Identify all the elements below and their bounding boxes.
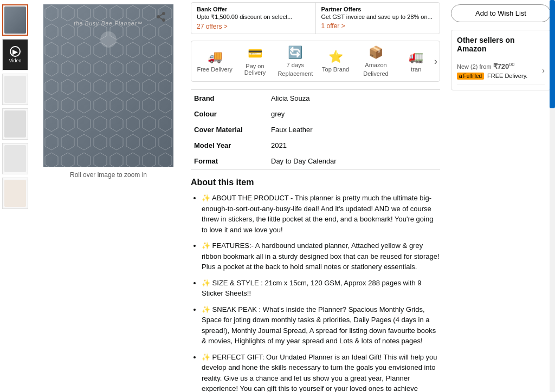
detail-value-format: Day to Day Calendar (269, 154, 439, 168)
truck-icon: 🚚 (208, 50, 222, 64)
other-sellers-title: Other sellers on Amazon (457, 36, 545, 53)
ship-amazon-delivered: 📦 Amazon Delivered (356, 45, 396, 77)
detail-value-brand: Alicia Souza (269, 91, 439, 106)
seller-arrow-icon: › (542, 66, 545, 75)
offer-1-link[interactable]: 27 offers > (197, 23, 310, 30)
detail-row-brand: Brand Alicia Souza (192, 91, 439, 106)
detail-row-colour: Colour grey (192, 107, 439, 121)
detail-row-format: Format Day to Day Calendar (192, 154, 439, 168)
thumbnail-4[interactable] (2, 143, 28, 174)
amazon-label: Amazon (365, 62, 386, 68)
ship-pay-on-delivery: 💳 Pay on Delivery (235, 47, 275, 76)
thumbnail-1[interactable] (2, 4, 28, 36)
offer-1-desc: Upto ₹1,500.00 discount on select... (197, 14, 310, 21)
detail-row-year: Model Year 2021 (192, 138, 439, 153)
seller-condition: New (2) from ₹72000 (457, 62, 527, 70)
thumbnail-2[interactable] (2, 74, 28, 105)
detail-value-year: 2021 (269, 138, 439, 153)
detail-label-cover: Cover Material (192, 122, 268, 137)
detail-label-year: Model Year (192, 138, 268, 153)
thumbnail-rail: ▶ Video (0, 0, 33, 392)
free-delivery-label: Free Delivery (197, 66, 232, 73)
amazon-a-icon: a (459, 73, 462, 79)
scrollbar-track (550, 0, 555, 392)
detail-label-format: Format (192, 154, 268, 168)
amazon-delivered-icon: 📦 (369, 45, 383, 60)
detail-value-cover: Faux Leather (269, 122, 439, 137)
scrollbar-thumb[interactable] (550, 0, 555, 108)
detail-label-brand: Brand (192, 91, 268, 106)
card-icon: 💳 (248, 47, 262, 61)
detail-label-colour: Colour (192, 107, 268, 121)
wish-list-button[interactable]: Add to Wish List (451, 4, 551, 22)
about-section: About this item ✨ ABOUT THE PRODUCT - Th… (191, 178, 440, 392)
offer-2-title: Partner Offers (321, 6, 435, 12)
middle-content: Bank Offer Upto ₹1,500.00 discount on se… (184, 0, 447, 392)
offer-1-title: Bank Offer (197, 6, 310, 12)
shipping-next-button[interactable]: › (434, 56, 437, 67)
replacement-sublabel: Replacement (278, 70, 313, 77)
about-item-2: ✨ FEATURES:- A hardbound undated planner… (202, 240, 440, 272)
offer-2-link[interactable]: 1 offer > (321, 22, 435, 30)
thumbnail-video[interactable]: ▶ Video (2, 39, 28, 70)
fulfilled-label: Fulfilled (463, 73, 482, 79)
svg-rect-1 (43, 4, 173, 167)
about-list: ✨ ABOUT THE PRODUCT - This planner is pr… (191, 193, 440, 392)
seller-info-1: New (2) from ₹72000 a Fulfilled FREE Del… (457, 62, 527, 80)
ship-tran: 🚛 tran (396, 50, 436, 73)
detail-value-colour: grey (269, 107, 439, 121)
replacement-icon: 🔄 (288, 45, 302, 60)
other-sellers-box: Other sellers on Amazon New (2) from ₹72… (451, 30, 551, 90)
seller-price: ₹720 (493, 62, 509, 70)
seller-price-sup: 00 (509, 62, 514, 67)
ship-top-brand: ⭐ Top Brand (315, 50, 356, 73)
offer-box-1: Bank Offer Upto ₹1,500.00 discount on se… (191, 3, 316, 34)
planner-emblem (100, 31, 117, 48)
main-image-area: the Busy Bee Planner™ Roll over image to… (33, 0, 184, 392)
planner-title-text: the Busy Bee Planner™ (74, 21, 143, 27)
about-item-1: ✨ ABOUT THE PRODUCT - This planner is pr… (202, 193, 440, 235)
free-delivery-badge: FREE Delivery. (487, 73, 527, 79)
offer-2-desc: Get GST invoice and save up to 28% on... (321, 14, 435, 20)
detail-row-cover: Cover Material Faux Leather (192, 122, 439, 137)
ship-7-days: 🔄 7 days Replacement (275, 45, 315, 77)
7days-label: 7 days (287, 62, 304, 68)
top-brand-label: Top Brand (322, 66, 349, 73)
thumbnail-5[interactable] (2, 178, 28, 209)
play-icon: ▶ (10, 46, 21, 57)
ship-free-delivery: 🚚 Free Delivery (195, 50, 235, 73)
pay-delivery-label: Pay on Delivery (235, 63, 275, 76)
tran-label: tran (411, 66, 421, 73)
offers-bar: Bank Offer Upto ₹1,500.00 discount on se… (191, 2, 440, 34)
shipping-features: 🚚 Free Delivery 💳 Pay on Delivery 🔄 7 da… (191, 41, 440, 82)
offer-box-2: Partner Offers Get GST invoice and save … (316, 3, 440, 34)
product-details-table: Brand Alicia Souza Colour grey Cover Mat… (191, 89, 440, 170)
about-item-5: ✨ PERFECT GIFT: Our Undated Planner is a… (202, 352, 440, 393)
top-brand-icon: ⭐ (328, 50, 343, 64)
video-label: Video (9, 58, 22, 63)
right-panel: Add to Wish List Other sellers on Amazon… (447, 0, 555, 392)
thumbnail-3[interactable] (2, 108, 28, 140)
about-item-3: ✨ SIZE & STYLE : 21cm x 15cm, 120 GSM, A… (202, 278, 440, 299)
about-title: About this item (191, 178, 440, 187)
delivered-sublabel: Delivered (363, 70, 388, 77)
main-product-image[interactable]: the Busy Bee Planner™ (43, 4, 173, 167)
about-item-4: ✨ SNEAK PEAK : What's inside the Planner… (202, 304, 440, 347)
tran-icon: 🚛 (409, 50, 423, 64)
fulfilled-badge: a Fulfilled (457, 73, 484, 80)
zoom-label: Roll over image to zoom in (70, 171, 147, 179)
seller-row-1[interactable]: New (2) from ₹72000 a Fulfilled FREE Del… (457, 57, 545, 84)
share-button[interactable] (154, 9, 169, 24)
